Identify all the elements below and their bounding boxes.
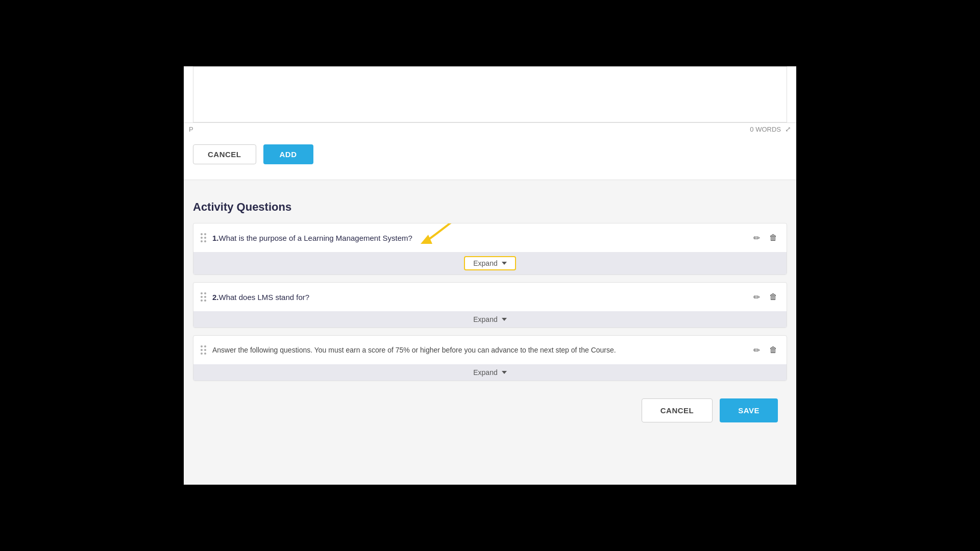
paragraph-indicator: P (189, 126, 193, 133)
delete-instruction-button[interactable]: 🗑 (767, 344, 779, 356)
expand-button-1[interactable]: Expand (464, 256, 516, 270)
question-row-1: 1.What is the purpose of a Learning Mana… (193, 223, 787, 252)
instruction-row: Answer the following questions. You must… (193, 336, 787, 364)
text-editor[interactable] (193, 66, 787, 122)
instruction-actions: ✏ 🗑 (751, 344, 779, 356)
drag-handle-instruction[interactable] (201, 345, 206, 355)
expand-bar-instruction[interactable]: Expand (193, 364, 787, 381)
edit-question-2-button[interactable]: ✏ (751, 291, 762, 303)
edit-question-1-button[interactable]: ✏ (751, 232, 762, 244)
chevron-down-icon-1 (502, 262, 507, 265)
activity-title: Activity Questions (193, 201, 787, 214)
question-text-2: 2.What does LMS stand for? (212, 293, 751, 302)
expand-button-instruction[interactable]: Expand (473, 368, 506, 377)
cancel-bottom-button[interactable]: CANCEL (642, 398, 713, 422)
word-count: 0 WORDS (750, 126, 781, 133)
cancel-top-button[interactable]: CANCEL (193, 144, 256, 164)
drag-handle-1[interactable] (201, 233, 206, 242)
edit-instruction-button[interactable]: ✏ (751, 344, 762, 356)
chevron-down-icon-instruction (502, 371, 507, 374)
drag-handle-2[interactable] (201, 292, 206, 302)
save-button[interactable]: SAVE (720, 398, 778, 422)
instruction-card: Answer the following questions. You must… (193, 335, 787, 381)
activity-questions-section: Activity Questions 1.What is the purpose… (184, 190, 796, 443)
delete-question-2-button[interactable]: 🗑 (767, 291, 779, 303)
question-row-2: 2.What does LMS stand for? ✏ 🗑 (193, 283, 787, 311)
resize-icon: ⤢ (785, 125, 791, 133)
instruction-text: Answer the following questions. You must… (212, 345, 751, 356)
add-button[interactable]: ADD (263, 144, 313, 164)
question-text-1: 1.What is the purpose of a Learning Mana… (212, 234, 751, 242)
bottom-buttons: CANCEL SAVE (193, 388, 787, 428)
question-card-1: 1.What is the purpose of a Learning Mana… (193, 223, 787, 275)
expand-bar-2[interactable]: Expand (193, 311, 787, 328)
expand-bar-1[interactable]: Expand (193, 252, 787, 274)
delete-question-1-button[interactable]: 🗑 (767, 232, 779, 243)
question-card-2: 2.What does LMS stand for? ✏ 🗑 Expand (193, 282, 787, 328)
question-actions-1: ✏ 🗑 (751, 232, 779, 244)
chevron-down-icon-2 (502, 318, 507, 321)
expand-button-2[interactable]: Expand (473, 315, 506, 323)
question-actions-2: ✏ 🗑 (751, 291, 779, 303)
